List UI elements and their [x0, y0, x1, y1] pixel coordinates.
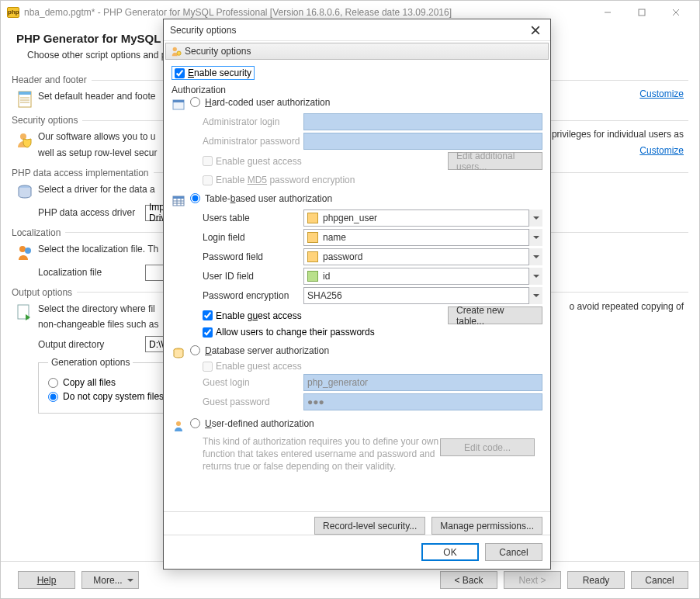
- user-icon: [172, 420, 185, 432]
- hardcoded-label: Hard-coded user authorization: [205, 97, 330, 108]
- minimize-icon[interactable]: [591, 2, 625, 23]
- login-field-select[interactable]: name: [303, 229, 542, 246]
- svg-rect-19: [173, 100, 184, 102]
- app-icon: php: [7, 7, 19, 18]
- admin-pass-label: Administrator password: [203, 136, 303, 147]
- id-mini-icon: [307, 271, 318, 282]
- pass-enc-label: Password encryption: [203, 290, 303, 301]
- users-table-label: Users table: [203, 213, 303, 223]
- hc-guest-check: [203, 156, 213, 166]
- sec-text-right: e privileges for individual users as: [544, 129, 684, 140]
- out-text-right: o avoid repeated copying of: [570, 301, 684, 312]
- md5-label: Enable MD5 password encryption: [216, 175, 355, 185]
- radio-table-based[interactable]: [190, 193, 200, 203]
- svg-point-17: [177, 51, 181, 55]
- admin-login-input: [303, 113, 542, 130]
- maximize-icon[interactable]: [625, 2, 659, 23]
- dialog-close-icon[interactable]: [527, 22, 544, 39]
- form-icon: [172, 99, 185, 111]
- pass-enc-select[interactable]: SHA256: [303, 287, 542, 304]
- userdef-label: User-defined authorization: [205, 418, 314, 429]
- guest-login-input: php_generator: [303, 374, 542, 391]
- manage-permissions-button[interactable]: Manage permissions...: [431, 517, 542, 535]
- allow-change-check[interactable]: [203, 327, 213, 338]
- ok-button[interactable]: OK: [421, 543, 479, 561]
- table-icon: [172, 195, 185, 207]
- svg-point-16: [173, 47, 177, 51]
- radio-copy-all[interactable]: [48, 378, 58, 388]
- database-icon: [172, 347, 185, 359]
- svg-point-27: [176, 421, 181, 426]
- loc-file-label: Localization file: [38, 267, 139, 278]
- create-table-button[interactable]: Create new table...: [448, 306, 542, 324]
- document-icon: [16, 90, 34, 109]
- close-icon[interactable]: [659, 2, 693, 23]
- md5-check: [203, 175, 213, 185]
- svg-rect-21: [173, 196, 184, 199]
- authorization-header: Authorization: [172, 85, 542, 95]
- pass-field-label: Password field: [203, 251, 303, 262]
- tab-security-options[interactable]: Security options: [165, 43, 549, 60]
- table-mini-icon: [307, 213, 318, 223]
- guest-pass-input: ●●●: [303, 393, 542, 410]
- radio-hardcoded[interactable]: [190, 97, 200, 107]
- help-button[interactable]: Help: [18, 571, 75, 589]
- back-button[interactable]: < Back: [440, 571, 497, 589]
- no-copy-label: Do not copy system files: [63, 391, 164, 402]
- hc-guest-label: Enable guest access: [216, 156, 302, 167]
- admin-pass-input: [303, 133, 542, 150]
- database-driver-icon: [16, 183, 34, 202]
- edit-code-button: Edit code...: [440, 438, 535, 456]
- db-guest-check: [203, 362, 213, 372]
- svg-rect-5: [19, 92, 31, 95]
- window-title: nba_demo.pgtm* - PHP Generator for MySQL…: [24, 7, 591, 18]
- security-tab-icon: [171, 46, 182, 57]
- dialog-titlebar: Security options: [164, 19, 550, 41]
- field-mini-icon: [307, 232, 318, 243]
- record-level-button[interactable]: Record-level security...: [314, 517, 425, 535]
- allow-change-label: Allow users to change their passwords: [216, 327, 375, 338]
- php-driver-label: PHP data access driver: [38, 207, 139, 218]
- uid-field-label: User ID field: [203, 271, 303, 282]
- dialog-cancel-button[interactable]: Cancel: [485, 543, 542, 561]
- security-options-dialog: Security options Security options Enable…: [163, 19, 551, 570]
- radio-dbserver[interactable]: [190, 345, 200, 355]
- user-shield-icon: [16, 130, 34, 149]
- guest-login-label: Guest login: [203, 377, 303, 388]
- dbserver-label: Database server authorization: [205, 345, 329, 356]
- gen-legend: Generation options: [48, 357, 133, 368]
- userdef-desc: This kind of authorization requires you …: [203, 435, 440, 473]
- enable-security-check[interactable]: [175, 68, 185, 78]
- admin-login-label: Administrator login: [203, 116, 303, 127]
- next-button[interactable]: Next >: [504, 571, 561, 589]
- output-icon: [16, 303, 34, 321]
- enable-security-label: Enable security: [188, 68, 251, 78]
- guest-pass-label: Guest password: [203, 396, 303, 407]
- svg-rect-1: [639, 9, 645, 16]
- enable-security-checkbox[interactable]: Enable security: [172, 66, 255, 80]
- more-button[interactable]: More...: [81, 571, 139, 589]
- radio-userdef[interactable]: [190, 418, 200, 428]
- pass-field-select[interactable]: password: [303, 248, 542, 265]
- users-table-select[interactable]: phpgen_user: [303, 209, 542, 227]
- out-dir-label: Output directory: [38, 339, 139, 350]
- table-based-label: Table-based user authorization: [205, 193, 332, 204]
- field-mini-icon: [307, 251, 318, 262]
- customize-hf-link[interactable]: Customize: [639, 88, 684, 99]
- copy-all-label: Copy all files: [63, 377, 116, 388]
- login-field-label: Login field: [203, 232, 303, 243]
- tb-guest-label: Enable guest access: [216, 310, 302, 321]
- globe-users-icon: [16, 243, 34, 261]
- cancel-button[interactable]: Cancel: [631, 571, 688, 589]
- radio-no-copy[interactable]: [48, 392, 58, 402]
- db-guest-label: Enable guest access: [216, 361, 302, 372]
- edit-users-button: Edit additional users...: [448, 152, 542, 170]
- svg-point-12: [25, 248, 31, 254]
- uid-field-select[interactable]: id: [303, 268, 542, 285]
- tb-guest-check[interactable]: [203, 310, 213, 320]
- dialog-title: Security options: [170, 25, 527, 36]
- ready-button[interactable]: Ready: [567, 571, 625, 589]
- svg-point-11: [19, 246, 26, 252]
- customize-sec-link[interactable]: Customize: [639, 145, 684, 156]
